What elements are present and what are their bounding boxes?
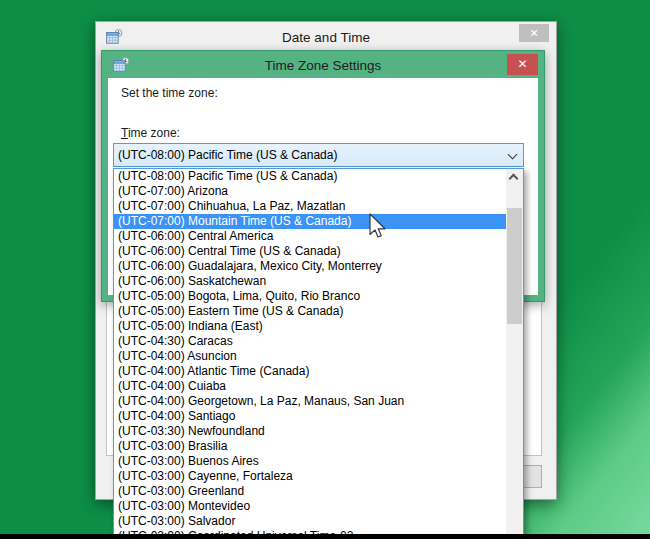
timezone-option[interactable]: (UTC-03:00) Montevideo — [114, 499, 506, 514]
timezone-option[interactable]: (UTC-06:00) Saskatchewan — [114, 274, 506, 289]
chevron-down-icon — [508, 150, 518, 160]
timezone-option[interactable]: (UTC-06:00) Central Time (US & Canada) — [114, 244, 506, 259]
time-zone-combobox[interactable]: (UTC-08:00) Pacific Time (US & Canada) — [113, 143, 524, 167]
timezone-option[interactable]: (UTC-06:00) Guadalajara, Mexico City, Mo… — [114, 259, 506, 274]
timezone-option[interactable]: (UTC-03:00) Salvador — [114, 514, 506, 529]
timezone-option[interactable]: (UTC-05:00) Indiana (East) — [114, 319, 506, 334]
timezone-option[interactable]: (UTC-04:00) Santiago — [114, 409, 506, 424]
timezone-option[interactable]: (UTC-03:00) Cayenne, Fortaleza — [114, 469, 506, 484]
combobox-selected-value: (UTC-08:00) Pacific Time (US & Canada) — [118, 144, 337, 166]
close-button-time-zone-settings[interactable]: ✕ — [507, 54, 538, 75]
close-button-date-and-time[interactable]: ✕ — [519, 24, 549, 42]
dropdown-scrollbar[interactable] — [506, 169, 523, 538]
desktop-background: Date and Time ✕ Time Zone Settings ✕ Set… — [0, 0, 650, 539]
chevron-up-icon — [509, 174, 519, 184]
timezone-option[interactable]: (UTC-05:00) Eastern Time (US & Canada) — [114, 304, 506, 319]
date-and-time-titlebar[interactable]: Date and Time ✕ — [96, 22, 556, 48]
date-and-time-title: Date and Time — [96, 30, 556, 45]
timezone-option[interactable]: (UTC-03:00) Brasilia — [114, 439, 506, 454]
timezone-option[interactable]: (UTC-07:00) Mountain Time (US & Canada) — [114, 214, 506, 229]
timezone-option[interactable]: (UTC-06:00) Central America — [114, 229, 506, 244]
timezone-option[interactable]: (UTC-07:00) Arizona — [114, 184, 506, 199]
timezone-option[interactable]: (UTC-03:00) Buenos Aires — [114, 454, 506, 469]
timezone-option[interactable]: (UTC-05:00) Bogota, Lima, Quito, Rio Bra… — [114, 289, 506, 304]
timezone-option[interactable]: (UTC-04:00) Georgetown, La Paz, Manaus, … — [114, 394, 506, 409]
timezone-option[interactable]: (UTC-04:00) Cuiaba — [114, 379, 506, 394]
dropdown-rows: (UTC-08:00) Pacific Time (US & Canada)(U… — [114, 169, 506, 539]
set-time-zone-label: Set the time zone: — [121, 86, 218, 100]
time-zone-settings-titlebar[interactable]: Time Zone Settings ✕ — [102, 51, 544, 78]
time-zone-settings-title: Time Zone Settings — [102, 58, 544, 73]
timezone-option[interactable]: (UTC-04:00) Asuncion — [114, 349, 506, 364]
timezone-dropdown-list: (UTC-08:00) Pacific Time (US & Canada)(U… — [113, 168, 524, 539]
screenshot-bottom-border — [0, 534, 650, 539]
timezone-option[interactable]: (UTC-07:00) Chihuahua, La Paz, Mazatlan — [114, 199, 506, 214]
timezone-option[interactable]: (UTC-04:00) Atlantic Time (Canada) — [114, 364, 506, 379]
time-zone-label: Time zone: — [121, 126, 180, 140]
timezone-option[interactable]: (UTC-03:30) Newfoundland — [114, 424, 506, 439]
timezone-option[interactable]: (UTC-03:00) Greenland — [114, 484, 506, 499]
scroll-up-button[interactable] — [506, 169, 523, 186]
scrollbar-thumb[interactable] — [507, 208, 522, 324]
timezone-option[interactable]: (UTC-08:00) Pacific Time (US & Canada) — [114, 169, 506, 184]
mouse-cursor — [369, 213, 387, 240]
timezone-option[interactable]: (UTC-04:30) Caracas — [114, 334, 506, 349]
